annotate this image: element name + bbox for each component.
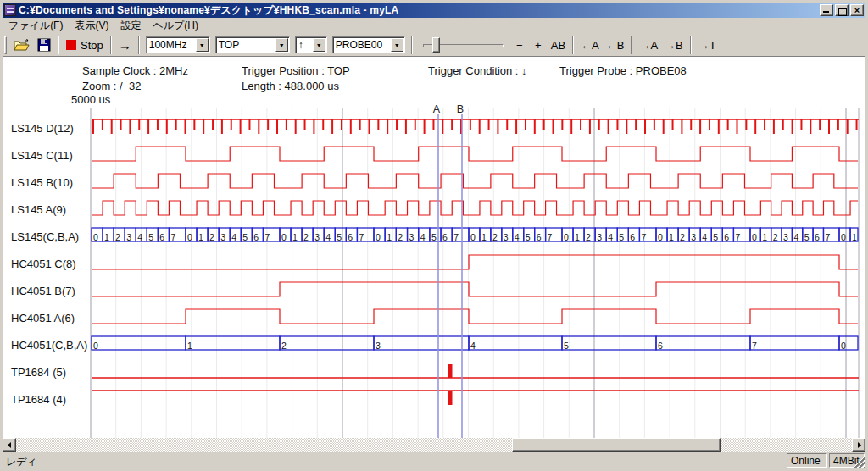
title-bar[interactable]: C:¥Documents and Settings¥noname¥デスクトップ¥… bbox=[3, 3, 865, 18]
save-file-button[interactable] bbox=[34, 36, 54, 54]
svg-text:7: 7 bbox=[641, 232, 646, 242]
svg-text:7: 7 bbox=[453, 232, 459, 242]
svg-text:0: 0 bbox=[470, 232, 476, 242]
marker-a-label: A bbox=[433, 103, 441, 115]
frequency-value: 100MHz bbox=[147, 39, 196, 51]
maximize-button[interactable] bbox=[835, 4, 849, 16]
svg-text:7: 7 bbox=[735, 232, 740, 242]
minimize-button[interactable] bbox=[820, 4, 833, 16]
svg-text:2: 2 bbox=[680, 232, 685, 242]
arrow-right-icon bbox=[856, 442, 862, 448]
save-floppy-icon bbox=[37, 38, 51, 52]
svg-text:0: 0 bbox=[841, 232, 846, 242]
svg-text:2: 2 bbox=[281, 341, 287, 351]
svg-text:2: 2 bbox=[115, 232, 120, 242]
svg-text:6: 6 bbox=[442, 232, 448, 242]
chevron-down-icon[interactable]: ▼ bbox=[313, 38, 326, 52]
svg-text:0: 0 bbox=[752, 232, 757, 242]
svg-text:4: 4 bbox=[420, 232, 426, 242]
goto-marker-a-right-button[interactable]: →A bbox=[636, 36, 661, 54]
svg-text:2: 2 bbox=[586, 232, 591, 242]
close-button[interactable]: × bbox=[850, 4, 864, 16]
zoom-in-button[interactable]: + bbox=[529, 36, 548, 54]
svg-text:7: 7 bbox=[359, 232, 364, 242]
svg-text:7: 7 bbox=[752, 341, 757, 351]
chevron-down-icon[interactable]: ▼ bbox=[275, 38, 288, 52]
svg-text:6: 6 bbox=[630, 232, 635, 242]
app-icon[interactable] bbox=[4, 4, 16, 16]
svg-text:4: 4 bbox=[137, 232, 142, 242]
scroll-right-button[interactable] bbox=[852, 438, 865, 452]
status-bar: レディ Online 4MBit bbox=[3, 452, 865, 468]
timing-diagram[interactable]: 0123456701234567012345670123456701234567… bbox=[3, 57, 865, 438]
app-window: C:¥Documents and Settings¥noname¥デスクトップ¥… bbox=[0, 0, 868, 471]
toolbar-separator bbox=[690, 36, 692, 54]
svg-text:4: 4 bbox=[608, 232, 613, 242]
svg-text:3: 3 bbox=[409, 232, 415, 242]
zoom-slider[interactable] bbox=[423, 36, 504, 54]
menu-help[interactable]: ヘルプ(H) bbox=[147, 17, 204, 35]
svg-text:5: 5 bbox=[713, 232, 718, 242]
toolbar-separator bbox=[58, 36, 59, 54]
svg-text:5: 5 bbox=[619, 232, 624, 242]
svg-text:5: 5 bbox=[526, 232, 531, 242]
open-folder-icon bbox=[14, 38, 31, 52]
trigger-position-combobox[interactable]: TOP ▼ bbox=[215, 36, 290, 53]
stop-button[interactable]: Stop bbox=[63, 36, 107, 54]
zoom-slider-thumb[interactable] bbox=[432, 37, 440, 53]
svg-text:7: 7 bbox=[170, 232, 175, 242]
toolbar-separator bbox=[411, 36, 413, 54]
stop-icon bbox=[66, 40, 76, 50]
toolbar: Stop → 100MHz ▼ TOP ▼ ↑ ▼ PROBE00 ▼ − + … bbox=[3, 34, 865, 57]
chevron-down-icon[interactable]: ▼ bbox=[391, 38, 403, 52]
arrow-left-icon bbox=[7, 442, 13, 448]
zoom-out-button[interactable]: − bbox=[510, 36, 529, 54]
status-online-badge: Online bbox=[787, 453, 827, 468]
trigger-edge-combobox[interactable]: ↑ ▼ bbox=[295, 36, 327, 53]
svg-text:5: 5 bbox=[148, 232, 153, 242]
svg-text:5: 5 bbox=[564, 341, 569, 351]
resize-grip[interactable] bbox=[854, 457, 865, 468]
svg-text:7: 7 bbox=[264, 232, 270, 242]
svg-text:4: 4 bbox=[326, 232, 331, 242]
window-title: C:¥Documents and Settings¥noname¥デスクトップ¥… bbox=[19, 3, 820, 18]
svg-text:2: 2 bbox=[398, 232, 403, 242]
menu-file[interactable]: ファイル(F) bbox=[3, 17, 69, 35]
svg-text:0: 0 bbox=[658, 232, 663, 242]
svg-text:6: 6 bbox=[253, 232, 259, 242]
chevron-down-icon[interactable]: ▼ bbox=[196, 38, 209, 52]
zoom-ab-button[interactable]: AB bbox=[548, 36, 569, 54]
svg-text:1: 1 bbox=[575, 232, 580, 242]
svg-text:1: 1 bbox=[387, 232, 392, 242]
svg-text:6: 6 bbox=[658, 341, 663, 351]
svg-text:3: 3 bbox=[376, 341, 381, 351]
svg-text:1: 1 bbox=[187, 341, 192, 351]
svg-text:3: 3 bbox=[126, 232, 131, 242]
open-file-button[interactable] bbox=[10, 36, 34, 54]
svg-text:2: 2 bbox=[492, 232, 498, 242]
svg-text:2: 2 bbox=[773, 232, 778, 242]
svg-text:3: 3 bbox=[314, 232, 320, 242]
goto-marker-b-left-button[interactable]: ←B bbox=[603, 36, 628, 54]
scroll-left-button[interactable] bbox=[3, 438, 16, 452]
svg-text:4: 4 bbox=[231, 232, 236, 242]
run-button[interactable]: → bbox=[115, 36, 135, 54]
svg-text:0: 0 bbox=[187, 232, 192, 242]
stop-label: Stop bbox=[81, 39, 103, 52]
goto-trigger-button[interactable]: →T bbox=[695, 36, 720, 54]
toolbar-grip[interactable] bbox=[4, 36, 7, 54]
scrollbar-thumb[interactable] bbox=[512, 438, 721, 452]
svg-text:6: 6 bbox=[159, 232, 164, 242]
menu-settings[interactable]: 設定 bbox=[114, 17, 147, 35]
goto-marker-a-left-button[interactable]: ←A bbox=[577, 36, 603, 54]
probe-combobox[interactable]: PROBE00 ▼ bbox=[332, 36, 405, 53]
svg-text:3: 3 bbox=[597, 232, 602, 242]
svg-text:3: 3 bbox=[691, 232, 696, 242]
horizontal-scrollbar[interactable] bbox=[3, 438, 865, 452]
svg-text:5: 5 bbox=[337, 232, 342, 242]
menu-view[interactable]: 表示(V) bbox=[69, 17, 114, 35]
frequency-combobox[interactable]: 100MHz ▼ bbox=[146, 36, 210, 53]
trigger-edge-value: ↑ bbox=[296, 39, 313, 51]
goto-marker-b-right-button[interactable]: →B bbox=[661, 36, 687, 54]
svg-text:5: 5 bbox=[242, 232, 248, 242]
